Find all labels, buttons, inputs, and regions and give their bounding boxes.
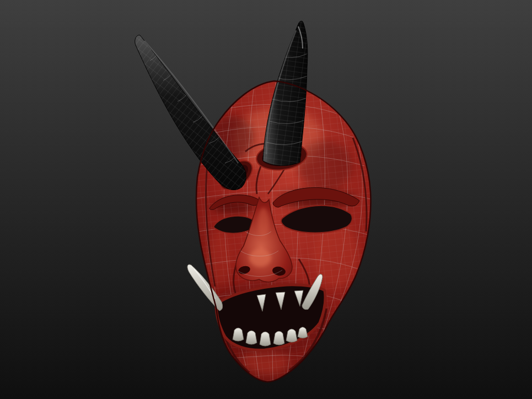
tooth — [260, 332, 271, 346]
viewport-canvas[interactable] — [0, 0, 532, 399]
tooth — [233, 328, 244, 341]
tooth — [286, 329, 297, 342]
3d-viewport[interactable] — [0, 0, 532, 399]
tooth — [273, 331, 284, 345]
tooth — [246, 331, 257, 344]
